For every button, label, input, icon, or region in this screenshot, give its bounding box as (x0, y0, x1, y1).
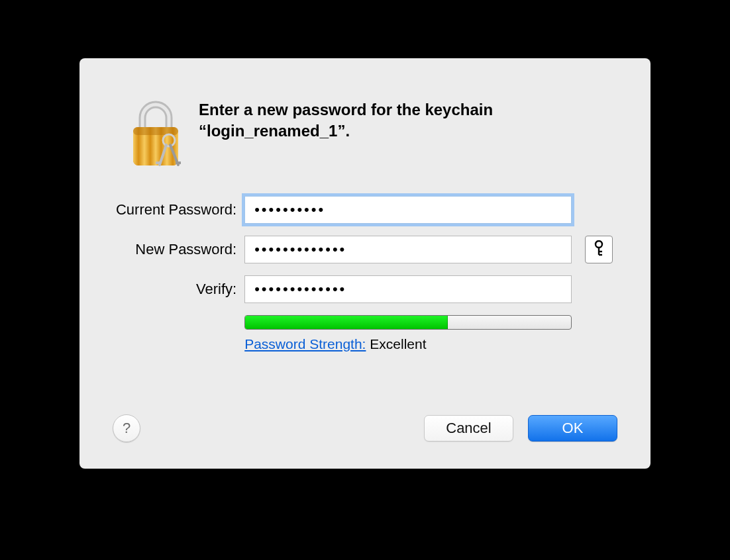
password-strength-link[interactable]: Password Strength: (244, 336, 366, 351)
label-current-password: Current Password: (113, 201, 244, 218)
svg-rect-2 (133, 127, 178, 135)
svg-rect-7 (156, 162, 161, 164)
cancel-button[interactable]: Cancel (424, 415, 513, 442)
new-password-field[interactable] (244, 236, 572, 263)
cancel-button-label: Cancel (446, 420, 491, 437)
row-current-password: Current Password: (113, 196, 617, 224)
ok-button-label: OK (562, 420, 584, 437)
password-strength-meter (244, 315, 572, 330)
row-strength: Password Strength: Excellent (113, 315, 617, 352)
key-icon (592, 240, 605, 259)
dialog-footer: ? Cancel OK (113, 414, 617, 442)
label-new-password: New Password: (113, 241, 244, 258)
help-button[interactable]: ? (113, 414, 140, 442)
keychain-password-dialog: Enter a new password for the keychain “l… (79, 58, 651, 469)
help-icon: ? (123, 420, 130, 437)
password-form: Current Password: New Password: (113, 196, 617, 352)
svg-rect-6 (176, 162, 181, 164)
ok-button[interactable]: OK (528, 415, 617, 442)
password-assistant-button[interactable] (585, 236, 613, 263)
password-strength-value: Excellent (370, 336, 426, 351)
lock-icon (113, 98, 199, 177)
dialog-header: Enter a new password for the keychain “l… (113, 98, 617, 177)
row-new-password: New Password: (113, 236, 617, 263)
svg-point-8 (596, 241, 602, 248)
current-password-field[interactable] (244, 196, 572, 224)
label-verify-password: Verify: (113, 281, 244, 298)
dialog-heading: Enter a new password for the keychain “l… (199, 98, 617, 142)
password-strength-text: Password Strength: Excellent (244, 336, 576, 352)
password-strength-fill (245, 316, 448, 329)
verify-password-field[interactable] (244, 275, 572, 303)
row-verify-password: Verify: (113, 275, 617, 303)
